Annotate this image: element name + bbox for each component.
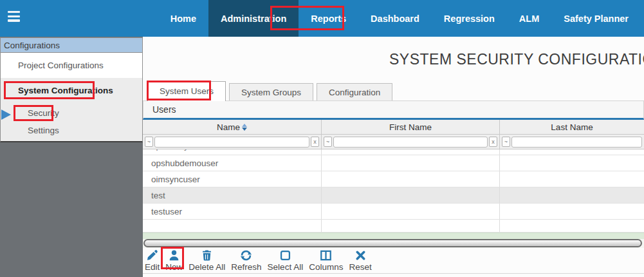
filter-operator-button[interactable]: ~ bbox=[145, 137, 153, 147]
table-row[interactable]: testuser bbox=[143, 204, 644, 220]
horizontal-scrollbar[interactable] bbox=[143, 239, 644, 248]
table-header-row: Name First Name Last Name bbox=[143, 120, 644, 135]
tab-strip: System Users System Groups Configuration bbox=[147, 81, 392, 101]
columns-button[interactable]: Columns bbox=[309, 249, 343, 272]
delete-all-button-label: Delete All bbox=[189, 262, 225, 272]
select-all-button-label: Select All bbox=[268, 262, 304, 272]
nav-item-safety-planner[interactable]: Safety Planner bbox=[551, 0, 641, 37]
refresh-icon bbox=[240, 249, 252, 262]
filter-cell-first-name: ~ x bbox=[322, 135, 500, 149]
edit-button[interactable]: Edit bbox=[145, 249, 160, 272]
first-name-filter-input[interactable] bbox=[333, 137, 488, 148]
filter-clear-button[interactable]: x bbox=[489, 137, 497, 147]
edit-button-label: Edit bbox=[145, 262, 160, 272]
sidebar-item-settings[interactable]: Settings bbox=[1, 123, 142, 141]
columns-icon bbox=[320, 249, 332, 262]
column-header-last-name-label: Last Name bbox=[551, 122, 593, 132]
toolbar-separator bbox=[143, 273, 644, 274]
tab-configuration[interactable]: Configuration bbox=[317, 83, 392, 101]
refresh-button[interactable]: Refresh bbox=[231, 249, 261, 272]
user-name: opshubdemouser bbox=[143, 155, 322, 171]
nav-item-regression[interactable]: Regression bbox=[432, 0, 507, 37]
app-window: Home Administration Reports Dashboard Re… bbox=[0, 0, 644, 277]
panel-title: Users bbox=[143, 100, 644, 120]
user-name: testuser bbox=[143, 204, 322, 219]
nav-item-alm[interactable]: ALM bbox=[507, 0, 551, 37]
current-item-arrow-icon bbox=[1, 110, 11, 120]
scrollbar-thumb[interactable] bbox=[143, 239, 642, 247]
columns-button-label: Columns bbox=[309, 262, 343, 272]
column-header-first-name[interactable]: First Name bbox=[322, 120, 500, 134]
page-title: SYSTEM SECURITY CONFIGURATIONS bbox=[389, 51, 644, 68]
delete-all-button[interactable]: Delete All bbox=[189, 249, 225, 272]
table-row[interactable]: oimsyncuser bbox=[143, 171, 644, 187]
filter-cell-last-name: ~ bbox=[500, 135, 644, 149]
tab-system-users[interactable]: System Users bbox=[147, 81, 226, 101]
sidebar-header: Configurations bbox=[1, 38, 142, 53]
user-name: oimsyncuser bbox=[143, 171, 322, 187]
user-name: test bbox=[143, 187, 322, 203]
filter-operator-button[interactable]: ~ bbox=[502, 137, 510, 147]
x-icon bbox=[354, 249, 367, 262]
column-header-last-name[interactable]: Last Name bbox=[500, 120, 644, 134]
sort-icon[interactable] bbox=[242, 124, 247, 131]
reset-button-label: Reset bbox=[349, 262, 371, 272]
users-panel: Users Name First Name Last Name ~ bbox=[143, 100, 644, 248]
sidebar-item-system-configurations[interactable]: System Configurations bbox=[1, 78, 142, 103]
table-row-empty bbox=[143, 220, 644, 233]
select-all-button[interactable]: Select All bbox=[268, 249, 304, 272]
filter-clear-button[interactable]: x bbox=[311, 137, 319, 147]
hamburger-menu-icon[interactable] bbox=[8, 11, 20, 24]
column-header-name[interactable]: Name bbox=[143, 120, 322, 134]
sidebar: Configurations Project Configurations Sy… bbox=[0, 37, 143, 277]
filter-cell-name: ~ x bbox=[143, 135, 322, 149]
nav-item-reports[interactable]: Reports bbox=[299, 0, 358, 37]
sidebar-item-security[interactable]: Security bbox=[1, 103, 142, 123]
filter-operator-button[interactable]: ~ bbox=[324, 137, 332, 147]
nav-item-dashboard[interactable]: Dashboard bbox=[358, 0, 432, 37]
new-button[interactable]: New bbox=[165, 249, 183, 272]
column-header-name-label: Name bbox=[217, 122, 240, 132]
nav-item-administration[interactable]: Administration bbox=[208, 0, 299, 37]
main-content: SYSTEM SECURITY CONFIGURATIONS System Us… bbox=[143, 37, 644, 277]
square-icon bbox=[279, 249, 291, 262]
name-filter-input[interactable] bbox=[154, 137, 309, 148]
reset-button[interactable]: Reset bbox=[349, 249, 371, 272]
last-name-filter-input[interactable] bbox=[511, 137, 642, 148]
user-name: opshubsyncuser bbox=[151, 149, 214, 151]
tab-system-groups[interactable]: System Groups bbox=[229, 83, 313, 101]
table-row[interactable]: opshubsyncuser bbox=[143, 149, 644, 155]
table-row[interactable]: opshubdemouser bbox=[143, 155, 644, 171]
user-icon bbox=[168, 249, 180, 262]
table-toolbar: Edit New Delete All bbox=[145, 249, 372, 272]
table-row[interactable]: test bbox=[143, 187, 644, 204]
table-filter-row: ~ x ~ x ~ bbox=[143, 135, 644, 149]
scrollbar-track bbox=[143, 233, 644, 239]
sidebar-item-project-configurations[interactable]: Project Configurations bbox=[1, 53, 142, 78]
sidebar-panel: Configurations Project Configurations Sy… bbox=[0, 37, 143, 142]
nav-item-home[interactable]: Home bbox=[158, 0, 208, 37]
new-button-label: New bbox=[165, 262, 183, 272]
column-header-first-name-label: First Name bbox=[389, 122, 432, 132]
top-navbar: Home Administration Reports Dashboard Re… bbox=[0, 0, 644, 37]
pencil-icon bbox=[146, 249, 158, 262]
trash-icon bbox=[201, 249, 213, 262]
refresh-button-label: Refresh bbox=[231, 262, 261, 272]
